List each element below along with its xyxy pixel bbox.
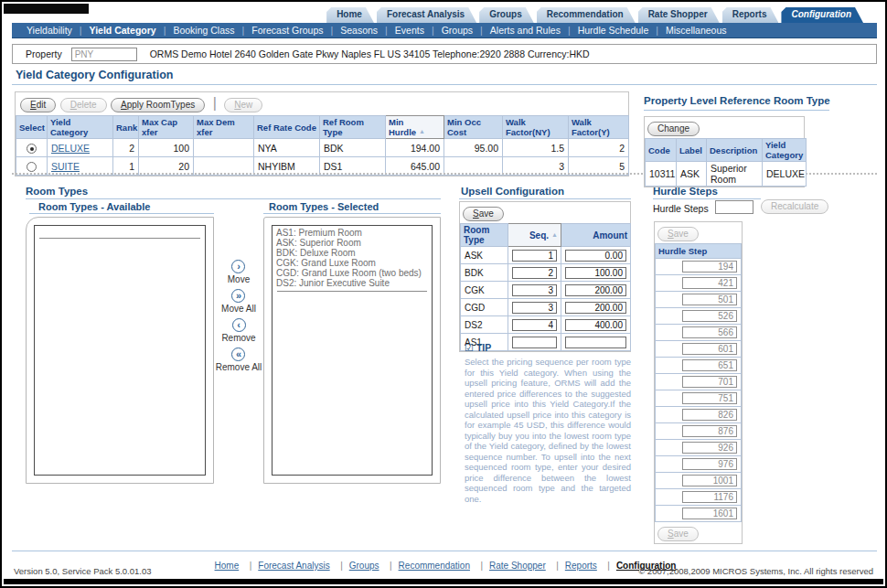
top-tab[interactable]: Configuration	[781, 7, 863, 23]
col-rank[interactable]: Rank	[113, 116, 139, 139]
hurdle-step-input[interactable]	[682, 261, 737, 273]
ref-rate-cell: NYA	[254, 139, 320, 157]
delete-button[interactable]: Delete	[60, 98, 107, 112]
hurdle-step-input[interactable]	[682, 294, 737, 305]
col-min-hurdle[interactable]: Min Hurdle▲	[386, 116, 444, 139]
hurdle-step-input[interactable]	[682, 425, 737, 437]
hurdle-step-input[interactable]	[682, 326, 737, 338]
footer-link[interactable]: Forecast Analysis	[243, 561, 330, 571]
row-select-radio[interactable]	[27, 144, 37, 154]
sort-ascending-icon: ▲	[551, 231, 558, 238]
footer-link[interactable]: Groups	[334, 561, 379, 571]
room-type-option[interactable]: CGD: Grand Luxe Room (two beds)	[273, 268, 432, 278]
subnav-item[interactable]: Forecast Groups	[235, 25, 324, 36]
subnav-item[interactable]: Hurdle Schedule	[561, 25, 648, 36]
hurdle-step-input[interactable]	[682, 491, 737, 503]
new-button[interactable]: New	[224, 98, 262, 112]
col-seq[interactable]: Seq.▲	[508, 224, 561, 247]
hurdle-step-input[interactable]	[682, 310, 737, 322]
move-all-label: Move All	[221, 304, 256, 314]
yield-category-link[interactable]: SUITE	[51, 161, 80, 172]
selected-listbox[interactable]: AS1: Premium Room ASK: Superior Room BDK…	[272, 225, 433, 476]
top-tab[interactable]: Reports	[722, 7, 779, 23]
row-select-radio[interactable]	[27, 162, 37, 172]
col-ref-room[interactable]: Ref Room Type	[320, 116, 386, 139]
property-input[interactable]	[71, 48, 137, 61]
edit-button[interactable]: Edit	[20, 98, 56, 112]
upsell-panel: Save Room Type Seq.▲ Amount ASK	[459, 201, 631, 352]
hurdle-step-input[interactable]	[682, 376, 737, 388]
amount-input[interactable]	[565, 319, 626, 331]
top-tab[interactable]: Rate Shopper	[638, 7, 720, 23]
amount-input[interactable]	[565, 250, 626, 262]
hurdle-step-input[interactable]	[682, 475, 737, 486]
yield-toolbar: Edit Delete Apply RoomTypes | New	[16, 92, 628, 115]
hurdle-step-row	[656, 275, 742, 292]
yield-category-link[interactable]: DELUXE	[51, 143, 90, 154]
orms-configuration-page: Home Forecast Analysis Groups Recommenda…	[0, 0, 887, 588]
seq-input[interactable]	[512, 319, 557, 331]
top-tab[interactable]: Groups	[479, 7, 534, 23]
amount-input[interactable]	[565, 302, 626, 314]
col-walk-ny[interactable]: Walk Factor(NY)	[503, 116, 569, 139]
seq-input[interactable]	[512, 250, 557, 262]
hurdle-step-input[interactable]	[682, 277, 737, 289]
subnav-item[interactable]: Yield Category	[72, 25, 156, 36]
col-walk-y[interactable]: Walk Factor(Y)	[569, 116, 629, 139]
hurdle-save-button-bottom[interactable]: Save	[657, 527, 699, 541]
col-min-occ[interactable]: Min Occ Cost	[444, 116, 503, 139]
subnav-item[interactable]: Groups	[424, 25, 473, 36]
subnav-item[interactable]: Seasons	[323, 25, 378, 36]
col-max-dem[interactable]: Max Dem xfer	[194, 116, 254, 139]
room-type-option[interactable]: DS2: Junior Executive Suite	[273, 278, 432, 288]
amount-input[interactable]	[565, 284, 626, 296]
hurdle-step-input[interactable]	[682, 409, 737, 421]
top-tab[interactable]: Forecast Analysis	[377, 7, 476, 23]
hurdle-step-input[interactable]	[682, 359, 737, 371]
amount-input[interactable]	[565, 267, 626, 279]
subnav-item[interactable]: Booking Class	[156, 25, 235, 36]
hurdle-step-input[interactable]	[682, 343, 737, 355]
version-text: Version 5.0, Service Pack 5.0.01.03	[14, 566, 152, 576]
hurdle-step-input[interactable]	[682, 458, 737, 470]
seq-input[interactable]	[512, 284, 557, 296]
footer-link[interactable]: Recommendation	[383, 561, 470, 571]
hurdle-toolbar-bottom: Save	[655, 522, 742, 543]
hurdle-step-input[interactable]	[682, 392, 737, 404]
room-type-option[interactable]: AS1: Premium Room	[273, 228, 432, 238]
upsell-save-button[interactable]: Save	[463, 207, 504, 221]
walk-y-cell: 2	[569, 139, 629, 157]
top-tab[interactable]: Home	[326, 7, 374, 23]
property-info: ORMS Demo Hotel 2640 Golden Gate Pkwy Na…	[150, 48, 590, 59]
reference-table: Code Label Description Yield Category 10…	[645, 138, 807, 187]
col-max-cap[interactable]: Max Cap xfer	[139, 116, 194, 139]
remove-button[interactable]: ‹ Remove	[221, 318, 255, 343]
subnav-item[interactable]: Events	[378, 25, 424, 36]
seq-input[interactable]	[512, 267, 557, 279]
subnav-item[interactable]: Alerts and Rules	[473, 25, 561, 36]
room-type-option[interactable]: BDK: Deluxe Room	[273, 248, 432, 258]
seq-input[interactable]	[512, 302, 557, 314]
remove-all-button[interactable]: « Remove All	[216, 347, 262, 372]
change-button[interactable]: Change	[647, 122, 700, 136]
room-type-option[interactable]: CGK: Grand Luxe Room	[273, 258, 432, 268]
move-all-button[interactable]: » Move All	[221, 289, 256, 314]
subnav-item[interactable]: Yieldability	[27, 25, 72, 36]
hurdle-save-button-top[interactable]: Save	[657, 227, 699, 241]
col-yield-category[interactable]: Yield Category	[48, 116, 113, 139]
available-listbox[interactable]	[34, 225, 206, 476]
col-ref-rate[interactable]: Ref Rate Code	[254, 116, 320, 139]
top-tab[interactable]: Recommendation	[537, 7, 636, 23]
hurdle-steps-count-input[interactable]	[715, 200, 753, 214]
footer-link[interactable]: Rate Shopper	[474, 561, 545, 571]
hurdle-step-input[interactable]	[682, 508, 737, 519]
apply-roomtypes-button[interactable]: Apply RoomTypes	[111, 98, 205, 112]
footer-link[interactable]: Home	[215, 561, 240, 571]
footer-link[interactable]: Reports	[550, 561, 597, 571]
subnav-item[interactable]: Miscellaneous	[648, 25, 726, 36]
recalculate-button[interactable]: Recalculate	[761, 199, 828, 214]
code-cell: 10311	[646, 162, 677, 187]
move-button[interactable]: › Move	[228, 260, 250, 284]
room-type-option[interactable]: ASK: Superior Room	[273, 238, 432, 248]
hurdle-step-input[interactable]	[682, 442, 737, 454]
